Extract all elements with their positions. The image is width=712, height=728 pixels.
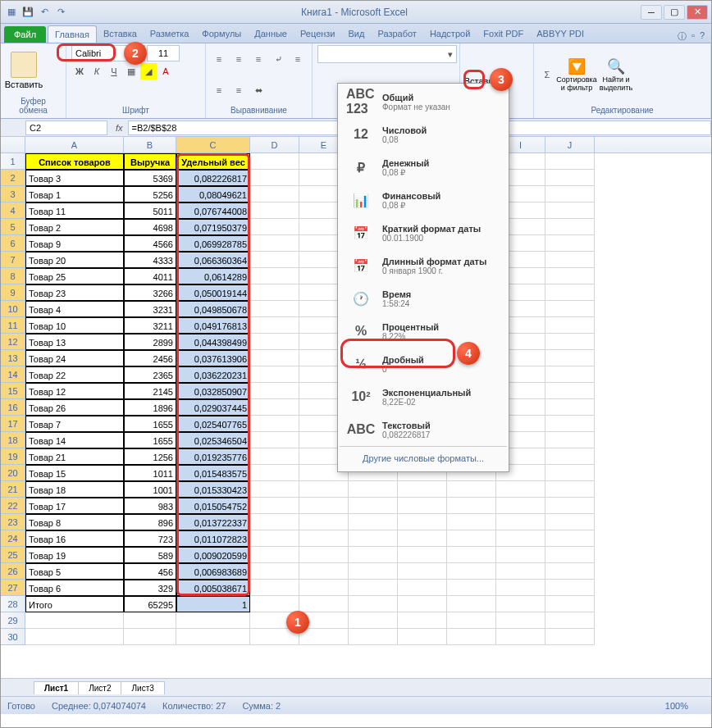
cell[interactable]: [447, 580, 496, 596]
row-header[interactable]: 21: [1, 481, 25, 498]
cell[interactable]: [496, 629, 545, 645]
cell[interactable]: 0,050019144: [176, 284, 250, 301]
cell[interactable]: [250, 186, 299, 202]
row-header[interactable]: 8: [1, 268, 25, 284]
cell[interactable]: 5256: [124, 186, 176, 202]
cell[interactable]: 589: [124, 547, 176, 563]
cell[interactable]: 896: [124, 514, 176, 530]
cell[interactable]: 723: [124, 530, 176, 547]
cell[interactable]: [545, 153, 595, 170]
format-option-4[interactable]: 📅Краткий формат даты00.01.1900: [340, 216, 507, 249]
cell[interactable]: [496, 481, 545, 498]
cell[interactable]: 1256: [124, 448, 176, 465]
cell[interactable]: [496, 596, 545, 612]
cell[interactable]: [545, 383, 595, 399]
cell[interactable]: [250, 235, 299, 252]
cell[interactable]: [545, 170, 595, 186]
cell[interactable]: [299, 596, 349, 612]
cell[interactable]: Товар 7: [25, 416, 124, 432]
border-button[interactable]: ▦: [123, 63, 139, 80]
cell[interactable]: [299, 481, 349, 498]
cell[interactable]: [545, 629, 595, 645]
cell[interactable]: [124, 629, 176, 645]
cell[interactable]: 5011: [124, 202, 176, 219]
cell[interactable]: [545, 481, 595, 498]
row-header[interactable]: 16: [1, 399, 25, 416]
sheet-tab[interactable]: Лист1: [34, 681, 79, 694]
cell[interactable]: [447, 596, 496, 612]
cell[interactable]: Товар 25: [25, 268, 124, 284]
cell[interactable]: Товар 15: [25, 465, 124, 481]
bold-button[interactable]: Ж: [71, 63, 88, 80]
close-button[interactable]: ✕: [687, 5, 708, 20]
cell[interactable]: 3231: [124, 301, 176, 317]
cell[interactable]: 0,049850678: [176, 301, 250, 317]
cell[interactable]: 0,009020599: [176, 547, 250, 563]
cell[interactable]: 2145: [124, 383, 176, 399]
cell[interactable]: 2899: [124, 334, 176, 350]
cell[interactable]: 5369: [124, 170, 176, 186]
cell[interactable]: [545, 399, 595, 416]
excel-icon[interactable]: ▦: [4, 5, 19, 20]
cell[interactable]: [545, 465, 595, 481]
cell[interactable]: [545, 416, 595, 432]
fx-icon[interactable]: fx: [111, 123, 128, 133]
cell[interactable]: 0,076744008: [176, 202, 250, 219]
cell[interactable]: [250, 153, 299, 170]
row-header[interactable]: 23: [1, 514, 25, 530]
cell[interactable]: 0,019235776: [176, 448, 250, 465]
file-tab[interactable]: Файл: [4, 26, 46, 43]
cell[interactable]: 0,08049621: [176, 186, 250, 202]
cell[interactable]: [496, 612, 545, 629]
fill-color-button[interactable]: ◢: [140, 63, 157, 80]
cell[interactable]: [124, 612, 176, 629]
minimize-button[interactable]: ─: [641, 5, 662, 20]
cell[interactable]: [250, 366, 299, 383]
row-header[interactable]: 29: [1, 612, 25, 629]
cell[interactable]: 0,015054752: [176, 498, 250, 514]
cell[interactable]: [447, 563, 496, 580]
cell[interactable]: [250, 284, 299, 301]
row-header[interactable]: 27: [1, 580, 25, 596]
font-size-input[interactable]: [147, 45, 180, 61]
cell[interactable]: 0,036220231: [176, 366, 250, 383]
cell[interactable]: [545, 612, 595, 629]
cell[interactable]: 0,066360364: [176, 252, 250, 268]
row-header[interactable]: 9: [1, 284, 25, 301]
cell[interactable]: Итого: [25, 596, 124, 612]
merge-button[interactable]: ⬌: [250, 82, 267, 98]
cell[interactable]: 4698: [124, 219, 176, 235]
cell[interactable]: [545, 219, 595, 235]
format-option-9[interactable]: 10²Экспоненциальный8,22E-02: [340, 380, 507, 413]
col-header-A[interactable]: A: [25, 137, 124, 152]
cell[interactable]: [496, 530, 545, 547]
cell[interactable]: [250, 301, 299, 317]
cell[interactable]: [250, 268, 299, 284]
paste-button[interactable]: Вставить: [6, 50, 42, 91]
format-option-1[interactable]: 12Числовой0,08: [340, 118, 507, 151]
tab-разметка[interactable]: Разметка: [144, 25, 196, 43]
cell[interactable]: [349, 498, 398, 514]
cell[interactable]: Товар 9: [25, 235, 124, 252]
cell[interactable]: [447, 498, 496, 514]
cell[interactable]: Товар 3: [25, 170, 124, 186]
select-all-corner[interactable]: [1, 137, 25, 152]
cell[interactable]: Товар 18: [25, 481, 124, 498]
help-icon[interactable]: ⓘ: [678, 30, 687, 43]
cell[interactable]: [250, 580, 299, 596]
cell[interactable]: [398, 629, 447, 645]
row-header[interactable]: 13: [1, 350, 25, 366]
cell[interactable]: [250, 317, 299, 334]
cell[interactable]: 3211: [124, 317, 176, 334]
cell[interactable]: [447, 530, 496, 547]
find-select-button[interactable]: 🔍 Найти и выделить: [598, 56, 634, 93]
format-option-7[interactable]: %Процентный8,22%: [340, 315, 507, 348]
cell[interactable]: [398, 481, 447, 498]
tab-вставка[interactable]: Вставка: [97, 25, 144, 43]
cell[interactable]: 0,015483575: [176, 465, 250, 481]
cell[interactable]: 1: [176, 596, 250, 612]
cell[interactable]: [250, 481, 299, 498]
tab-надстрой[interactable]: Надстрой: [423, 25, 477, 43]
row-header[interactable]: 1: [1, 153, 25, 170]
cell[interactable]: 0,011072823: [176, 530, 250, 547]
